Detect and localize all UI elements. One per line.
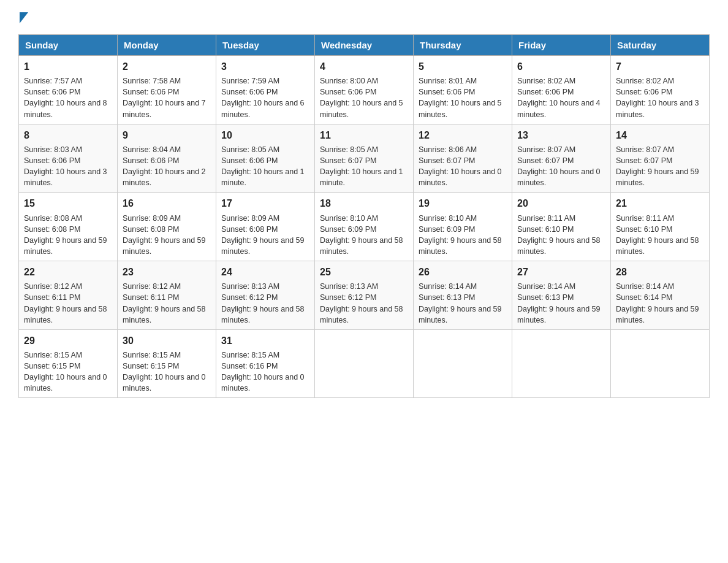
day-number: 18 xyxy=(320,196,408,210)
day-number: 7 xyxy=(616,59,704,74)
calendar-week-row: 15Sunrise: 8:08 AMSunset: 6:08 PMDayligh… xyxy=(19,193,710,261)
sunset-label: Sunset: 6:07 PM xyxy=(616,156,672,165)
calendar-cell xyxy=(512,329,611,398)
sunset-label: Sunset: 6:07 PM xyxy=(517,156,574,165)
daylight-label: Daylight: 10 hours and 7 minutes. xyxy=(123,99,206,118)
day-number: 27 xyxy=(517,265,605,279)
day-number: 23 xyxy=(123,265,211,279)
calendar-table: SundayMondayTuesdayWednesdayThursdayFrid… xyxy=(18,34,710,398)
calendar-cell: 5Sunrise: 8:01 AMSunset: 6:06 PMDaylight… xyxy=(414,56,512,124)
day-number: 9 xyxy=(123,128,211,142)
daylight-label: Daylight: 10 hours and 8 minutes. xyxy=(24,99,107,118)
sunset-label: Sunset: 6:06 PM xyxy=(320,88,376,96)
sunset-label: Sunset: 6:09 PM xyxy=(419,225,475,234)
day-header-thursday: Thursday xyxy=(414,35,512,56)
sunrise-label: Sunrise: 8:12 AM xyxy=(123,282,181,291)
sunrise-label: Sunrise: 8:10 AM xyxy=(320,214,378,223)
daylight-label: Daylight: 9 hours and 59 minutes. xyxy=(221,236,305,256)
daylight-label: Daylight: 10 hours and 5 minutes. xyxy=(320,99,403,118)
calendar-cell: 23Sunrise: 8:12 AMSunset: 6:11 PMDayligh… xyxy=(118,261,216,330)
day-number: 17 xyxy=(221,196,309,210)
daylight-label: Daylight: 9 hours and 58 minutes. xyxy=(123,305,206,324)
sunset-label: Sunset: 6:15 PM xyxy=(24,362,80,370)
sunrise-label: Sunrise: 8:09 AM xyxy=(221,214,279,223)
sunrise-label: Sunrise: 8:01 AM xyxy=(419,77,477,85)
day-number: 21 xyxy=(616,196,704,210)
sunset-label: Sunset: 6:12 PM xyxy=(221,293,278,302)
daylight-label: Daylight: 10 hours and 0 minutes. xyxy=(123,373,206,393)
day-header-tuesday: Tuesday xyxy=(216,35,315,56)
sunrise-label: Sunrise: 8:14 AM xyxy=(419,282,477,291)
calendar-cell: 10Sunrise: 8:05 AMSunset: 6:06 PMDayligh… xyxy=(216,124,315,193)
sunset-label: Sunset: 6:06 PM xyxy=(616,88,672,96)
calendar-week-row: 29Sunrise: 8:15 AMSunset: 6:15 PMDayligh… xyxy=(19,329,710,398)
calendar-cell: 16Sunrise: 8:09 AMSunset: 6:08 PMDayligh… xyxy=(118,193,216,261)
daylight-label: Daylight: 10 hours and 1 minute. xyxy=(221,167,305,187)
sunrise-label: Sunrise: 8:15 AM xyxy=(123,351,181,359)
day-number: 2 xyxy=(123,59,211,74)
day-number: 1 xyxy=(24,59,112,74)
sunset-label: Sunset: 6:15 PM xyxy=(123,362,179,370)
sunset-label: Sunset: 6:06 PM xyxy=(24,156,80,165)
daylight-label: Daylight: 10 hours and 4 minutes. xyxy=(517,99,601,118)
sunset-label: Sunset: 6:06 PM xyxy=(123,156,179,165)
day-number: 15 xyxy=(24,196,112,210)
daylight-label: Daylight: 9 hours and 59 minutes. xyxy=(517,305,601,324)
daylight-label: Daylight: 9 hours and 58 minutes. xyxy=(24,305,107,324)
daylight-label: Daylight: 10 hours and 5 minutes. xyxy=(419,99,502,118)
sunset-label: Sunset: 6:13 PM xyxy=(517,293,574,302)
sunrise-label: Sunrise: 8:15 AM xyxy=(24,351,82,359)
sunrise-label: Sunrise: 8:05 AM xyxy=(320,145,378,154)
calendar-week-row: 22Sunrise: 8:12 AMSunset: 6:11 PMDayligh… xyxy=(19,261,710,330)
calendar-cell: 31Sunrise: 8:15 AMSunset: 6:16 PMDayligh… xyxy=(216,329,315,398)
sunrise-label: Sunrise: 8:03 AM xyxy=(24,145,82,154)
sunrise-label: Sunrise: 8:11 AM xyxy=(616,214,674,223)
sunrise-label: Sunrise: 8:02 AM xyxy=(517,77,575,85)
daylight-label: Daylight: 9 hours and 58 minutes. xyxy=(517,236,601,256)
sunset-label: Sunset: 6:06 PM xyxy=(517,88,574,96)
calendar-cell: 30Sunrise: 8:15 AMSunset: 6:15 PMDayligh… xyxy=(118,329,216,398)
calendar-cell: 25Sunrise: 8:13 AMSunset: 6:12 PMDayligh… xyxy=(315,261,414,330)
sunrise-label: Sunrise: 8:08 AM xyxy=(24,214,82,223)
calendar-cell: 3Sunrise: 7:59 AMSunset: 6:06 PMDaylight… xyxy=(216,56,315,124)
sunrise-label: Sunrise: 8:04 AM xyxy=(123,145,181,154)
daylight-label: Daylight: 10 hours and 0 minutes. xyxy=(419,167,502,187)
daylight-label: Daylight: 10 hours and 2 minutes. xyxy=(123,167,206,187)
day-number: 14 xyxy=(616,128,704,142)
sunset-label: Sunset: 6:07 PM xyxy=(419,156,475,165)
sunrise-label: Sunrise: 8:14 AM xyxy=(517,282,575,291)
day-header-friday: Friday xyxy=(512,35,611,56)
logo xyxy=(18,12,28,22)
sunset-label: Sunset: 6:11 PM xyxy=(123,293,179,302)
sunrise-label: Sunrise: 8:06 AM xyxy=(419,145,477,154)
sunrise-label: Sunrise: 8:05 AM xyxy=(221,145,279,154)
calendar-cell: 8Sunrise: 8:03 AMSunset: 6:06 PMDaylight… xyxy=(19,124,118,193)
sunset-label: Sunset: 6:11 PM xyxy=(24,293,80,302)
sunset-label: Sunset: 6:10 PM xyxy=(517,225,574,234)
sunset-label: Sunset: 6:08 PM xyxy=(221,225,278,234)
daylight-label: Daylight: 9 hours and 58 minutes. xyxy=(419,236,502,256)
sunrise-label: Sunrise: 8:10 AM xyxy=(419,214,477,223)
sunrise-label: Sunrise: 8:15 AM xyxy=(221,351,279,359)
sunset-label: Sunset: 6:07 PM xyxy=(320,156,376,165)
day-header-sunday: Sunday xyxy=(19,35,118,56)
calendar-cell: 2Sunrise: 7:58 AMSunset: 6:06 PMDaylight… xyxy=(118,56,216,124)
calendar-cell: 21Sunrise: 8:11 AMSunset: 6:10 PMDayligh… xyxy=(611,193,710,261)
sunrise-label: Sunrise: 8:09 AM xyxy=(123,214,181,223)
calendar-cell xyxy=(611,329,710,398)
calendar-cell: 11Sunrise: 8:05 AMSunset: 6:07 PMDayligh… xyxy=(315,124,414,193)
sunrise-label: Sunrise: 7:57 AM xyxy=(24,77,82,85)
sunrise-label: Sunrise: 8:12 AM xyxy=(24,282,82,291)
sunrise-label: Sunrise: 8:13 AM xyxy=(320,282,378,291)
daylight-label: Daylight: 10 hours and 3 minutes. xyxy=(616,99,699,118)
day-number: 19 xyxy=(419,196,507,210)
sunrise-label: Sunrise: 8:00 AM xyxy=(320,77,378,85)
daylight-label: Daylight: 9 hours and 58 minutes. xyxy=(221,305,305,324)
calendar-cell: 20Sunrise: 8:11 AMSunset: 6:10 PMDayligh… xyxy=(512,193,611,261)
day-number: 13 xyxy=(517,128,605,142)
day-number: 26 xyxy=(419,265,507,279)
calendar-cell: 22Sunrise: 8:12 AMSunset: 6:11 PMDayligh… xyxy=(19,261,118,330)
calendar-cell: 17Sunrise: 8:09 AMSunset: 6:08 PMDayligh… xyxy=(216,193,315,261)
daylight-label: Daylight: 9 hours and 58 minutes. xyxy=(320,305,403,324)
day-header-wednesday: Wednesday xyxy=(315,35,414,56)
